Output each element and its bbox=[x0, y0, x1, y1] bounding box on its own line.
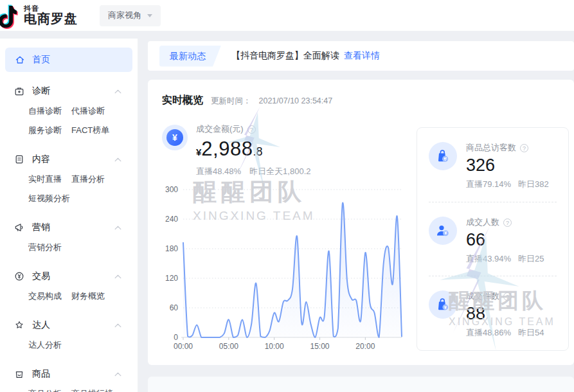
bag-visitor-icon bbox=[429, 142, 457, 170]
chevron-up-icon bbox=[114, 323, 121, 328]
chevron-up-icon bbox=[114, 226, 121, 230]
sidebar-item-product-analysis[interactable]: 商品分析 bbox=[28, 388, 71, 392]
douyin-compass-dashboard: 抖音 电商罗盘 商家视角 首页 诊断 自播诊断 代播诊断 服务诊断 FACT榜单 bbox=[0, 0, 574, 392]
app-header: 抖音 电商罗盘 商家视角 bbox=[0, 0, 574, 31]
stat-items-sold: ¥ 成交件数 88 直播48.86% 昨日54 bbox=[429, 276, 557, 350]
view-selector-label: 商家视角 bbox=[108, 10, 141, 21]
sidebar-item-agency-diagnosis[interactable]: 代播诊断 bbox=[71, 105, 105, 117]
stat-yesterday: 昨日382 bbox=[518, 179, 549, 190]
stat-value: 66 bbox=[466, 230, 544, 250]
sidebar-subrow: 实时直播 直播分析 bbox=[0, 174, 138, 185]
stat-label: 成交件数 bbox=[466, 290, 499, 302]
sidebar-item-fact-ranking[interactable]: FACT榜单 bbox=[71, 125, 109, 136]
marketing-icon bbox=[14, 222, 24, 233]
update-time-label: 更新时间： bbox=[211, 96, 251, 107]
sidebar-item-self-diagnosis[interactable]: 自播诊断 bbox=[28, 105, 71, 117]
line-chart-svg: 06012018024030000:0005:0010:0015:0020:00 bbox=[159, 175, 417, 352]
sidebar-subrow: 服务诊断 FACT榜单 bbox=[0, 125, 138, 136]
sidebar-item-service-diagnosis[interactable]: 服务诊断 bbox=[28, 125, 71, 136]
stat-yesterday: 昨日54 bbox=[518, 327, 544, 339]
sidebar-section-trade[interactable]: 交易 bbox=[14, 270, 123, 283]
svg-text:00:00: 00:00 bbox=[174, 342, 193, 351]
stat-yesterday: 昨日25 bbox=[518, 253, 544, 265]
svg-text:60: 60 bbox=[170, 303, 179, 312]
sidebar-section-label: 商品 bbox=[32, 368, 50, 380]
stat-live-share: 直播43.94% bbox=[466, 253, 511, 265]
sidebar-section-label: 内容 bbox=[32, 154, 50, 165]
news-text: 【抖音电商罗盘】全面解读 bbox=[231, 50, 339, 62]
news-detail-link[interactable]: 查看详情 bbox=[344, 50, 380, 62]
sidebar-subrow: 商品分析 商品排行榜 bbox=[0, 388, 138, 392]
chevron-up-icon bbox=[114, 372, 121, 377]
app-logo: 抖音 电商罗盘 bbox=[0, 2, 78, 29]
chevron-down-icon bbox=[147, 14, 152, 17]
next-section-card-edge bbox=[148, 377, 574, 392]
svg-text:120: 120 bbox=[165, 274, 178, 283]
sidebar-subrow: 自播诊断 代播诊断 bbox=[0, 105, 138, 117]
sidebar-section-label: 营销 bbox=[32, 222, 50, 233]
svg-text:300: 300 bbox=[165, 185, 178, 194]
sidebar-item-finance-overview[interactable]: 财务概览 bbox=[71, 290, 105, 302]
sidebar-section-product[interactable]: 商品 bbox=[14, 368, 123, 380]
gmv-trend-chart: 06012018024030000:0005:0010:0015:0020:00 bbox=[159, 175, 417, 352]
product-icon bbox=[14, 369, 24, 379]
person-yuan-icon: ¥ bbox=[429, 217, 457, 245]
sidebar-section-talent[interactable]: 达人 bbox=[14, 319, 123, 332]
stat-visitors: 商品总访客数 326 直播79.14% 昨日382 bbox=[429, 128, 557, 202]
stat-label: 商品总访客数 bbox=[466, 142, 516, 154]
trade-icon bbox=[14, 271, 24, 281]
gmv-label: 成交金额(元) bbox=[196, 123, 244, 135]
stats-panel: 商品总访客数 326 直播79.14% 昨日382 bbox=[417, 127, 569, 351]
svg-text:20:00: 20:00 bbox=[355, 342, 375, 351]
stat-live-share: 直播48.86% bbox=[466, 327, 511, 339]
news-tag: 最新动态 bbox=[159, 46, 221, 67]
sidebar-item-live-realtime[interactable]: 实时直播 bbox=[28, 174, 71, 185]
home-icon bbox=[15, 55, 25, 65]
sidebar-subrow: 达人分析 bbox=[0, 339, 138, 351]
sidebar-section-content[interactable]: 内容 bbox=[14, 153, 123, 166]
realtime-overview-card: 醒醒团队 XINGXING TEAM 醒醒团队 XINGXING TEAM 实时… bbox=[148, 80, 574, 365]
sidebar-subrow: 短视频分析 bbox=[0, 193, 138, 204]
sidebar-item-talent-analysis[interactable]: 达人分析 bbox=[28, 339, 62, 351]
help-icon[interactable] bbox=[247, 125, 256, 134]
gmv-value: ¥2,988.8 bbox=[196, 138, 262, 161]
stat-buyers: ¥ 成交人数 66 直播43.94% 昨日25 bbox=[429, 202, 557, 276]
brand-main-label: 电商罗盘 bbox=[24, 12, 78, 26]
help-icon[interactable] bbox=[503, 218, 512, 227]
chevron-up-icon bbox=[114, 89, 121, 94]
stat-value: 88 bbox=[466, 304, 544, 324]
stat-label: 成交人数 bbox=[466, 217, 499, 228]
svg-text:05:00: 05:00 bbox=[219, 342, 238, 351]
sidebar-subrow: 营销分析 bbox=[0, 242, 138, 253]
sidebar-item-product-ranking[interactable]: 商品排行榜 bbox=[71, 388, 113, 392]
diagnosis-icon bbox=[14, 86, 24, 96]
content-icon bbox=[14, 154, 24, 165]
help-icon[interactable] bbox=[520, 144, 528, 152]
sidebar-item-label: 首页 bbox=[32, 54, 50, 66]
sidebar-item-live-analysis[interactable]: 直播分析 bbox=[71, 174, 105, 185]
sidebar-item-video-analysis[interactable]: 短视频分析 bbox=[28, 193, 70, 204]
sidebar-section-label: 达人 bbox=[32, 319, 50, 331]
sidebar-section-label: 交易 bbox=[32, 271, 50, 282]
help-icon[interactable] bbox=[503, 292, 512, 301]
sidebar-item-trade-composition[interactable]: 交易构成 bbox=[28, 290, 71, 302]
sidebar-section-marketing[interactable]: 营销 bbox=[14, 221, 123, 234]
chevron-up-icon bbox=[114, 274, 121, 279]
svg-text:240: 240 bbox=[165, 215, 178, 224]
svg-text:180: 180 bbox=[165, 244, 178, 253]
chevron-up-icon bbox=[114, 157, 121, 162]
sidebar-subrow: 交易构成 财务概览 bbox=[0, 290, 138, 302]
sidebar-section-diagnosis[interactable]: 诊断 bbox=[14, 85, 123, 98]
view-selector-dropdown[interactable]: 商家视角 bbox=[100, 5, 161, 26]
news-banner: 最新动态 【抖音电商罗盘】全面解读 查看详情 bbox=[148, 41, 574, 71]
tiktok-note-icon bbox=[0, 2, 22, 29]
sidebar-item-marketing-analysis[interactable]: 营销分析 bbox=[28, 242, 62, 253]
stat-value: 326 bbox=[466, 156, 549, 175]
svg-text:15:00: 15:00 bbox=[310, 342, 329, 351]
sidebar-section-label: 诊断 bbox=[32, 85, 50, 97]
sidebar-item-home[interactable]: 首页 bbox=[5, 48, 132, 72]
yuan-circle-icon bbox=[162, 125, 188, 150]
sidebar-nav: 首页 诊断 自播诊断 代播诊断 服务诊断 FACT榜单 内容 实时直播 直播分析… bbox=[0, 39, 138, 392]
svg-text:0: 0 bbox=[174, 333, 178, 342]
svg-text:10:00: 10:00 bbox=[265, 342, 284, 351]
